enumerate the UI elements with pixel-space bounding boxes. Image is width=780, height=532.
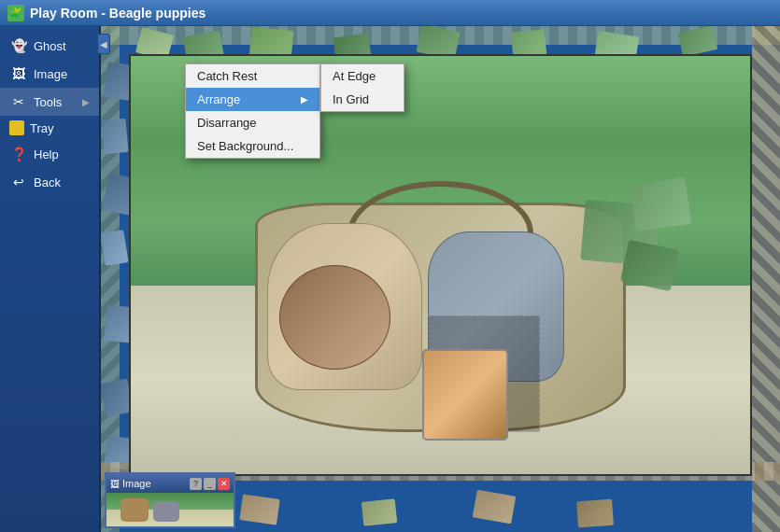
menu-item-arrange[interactable]: Arrange ▶	[186, 88, 319, 111]
preview-close-button[interactable]: ✕	[218, 478, 230, 490]
arrange-arrow-icon: ▶	[301, 94, 308, 105]
window-title: Play Room - Beagle puppies	[30, 6, 206, 21]
floating-piece-2	[630, 177, 691, 231]
tools-icon: ✂	[9, 92, 28, 111]
title-bar: 🧩 Play Room - Beagle puppies	[0, 0, 780, 26]
menu-item-catch-rest[interactable]: Catch Rest	[186, 64, 319, 88]
preview-image-content	[106, 493, 234, 526]
puzzle-piece-25	[576, 499, 614, 528]
sidebar-item-label-tray: Tray	[30, 121, 54, 135]
preview-title: Image	[122, 478, 151, 489]
preview-minimize-button[interactable]: _	[204, 478, 216, 490]
collapse-icon: ◀	[100, 39, 107, 49]
puzzle-piece-10	[101, 119, 128, 154]
preview-controls: ? _ ✕	[190, 478, 230, 490]
ghost-icon: 👻	[9, 36, 28, 55]
arrange-submenu: At Edge In Grid	[320, 63, 404, 112]
preview-puppy-2	[153, 501, 179, 522]
tools-context-menu: Catch Rest Arrange ▶ Disarrange Set Back…	[185, 63, 320, 159]
preview-puppy-1	[121, 498, 149, 522]
main-layout: ◀ 👻 Ghost 🖼 Image ✂ Tools ▶ Tray ❓ Help …	[0, 26, 780, 532]
image-icon: 🖼	[9, 64, 28, 83]
puppy-head-left	[279, 265, 390, 370]
back-icon: ↩	[9, 173, 28, 191]
sidebar-item-label-help: Help	[34, 147, 59, 161]
sidebar-item-help[interactable]: ❓ Help	[0, 140, 99, 168]
app-icon-symbol: 🧩	[10, 7, 21, 18]
sidebar-item-image[interactable]: 🖼 Image	[0, 60, 99, 88]
sidebar-item-label-tools: Tools	[34, 95, 62, 109]
menu-item-disarrange[interactable]: Disarrange	[186, 111, 319, 134]
tray-icon	[9, 120, 24, 135]
preview-titlebar: 🖼 Image ? _ ✕	[106, 474, 234, 493]
menu-item-set-background[interactable]: Set Background...	[186, 134, 319, 158]
sidebar-item-back[interactable]: ↩ Back	[0, 168, 99, 196]
sidebar-item-label-back: Back	[34, 175, 61, 189]
image-preview-panel: 🖼 Image ? _ ✕	[105, 472, 235, 528]
puzzle-piece-24	[473, 490, 517, 525]
right-puzzle-pieces	[752, 26, 780, 532]
preview-question-button[interactable]: ?	[190, 478, 202, 490]
puzzle-piece-8	[678, 26, 718, 57]
sidebar-item-tools[interactable]: ✂ Tools ▶	[0, 88, 99, 116]
puzzle-piece-23	[362, 498, 398, 526]
preview-icon: 🖼	[110, 479, 120, 489]
sidebar-item-label-image: Image	[34, 67, 67, 81]
cat-piece	[422, 349, 509, 441]
sidebar-item-tray[interactable]: Tray	[0, 116, 99, 140]
collapse-button[interactable]: ◀	[97, 34, 110, 54]
app-icon: 🧩	[7, 5, 24, 21]
help-icon: ❓	[9, 145, 28, 163]
tools-arrow-icon: ▶	[82, 97, 90, 107]
puzzle-piece-12	[101, 230, 129, 265]
sidebar-item-ghost[interactable]: 👻 Ghost	[0, 32, 99, 60]
sidebar-item-label-ghost: Ghost	[34, 39, 66, 53]
sidebar: ◀ 👻 Ghost 🖼 Image ✂ Tools ▶ Tray ❓ Help …	[0, 26, 101, 532]
content-area: Catch Rest Arrange ▶ Disarrange Set Back…	[101, 26, 780, 532]
puzzle-piece-22	[239, 494, 280, 525]
menu-item-in-grid[interactable]: In Grid	[321, 88, 404, 111]
puzzle-background: Catch Rest Arrange ▶ Disarrange Set Back…	[101, 26, 780, 532]
menu-item-at-edge[interactable]: At Edge	[321, 64, 404, 88]
